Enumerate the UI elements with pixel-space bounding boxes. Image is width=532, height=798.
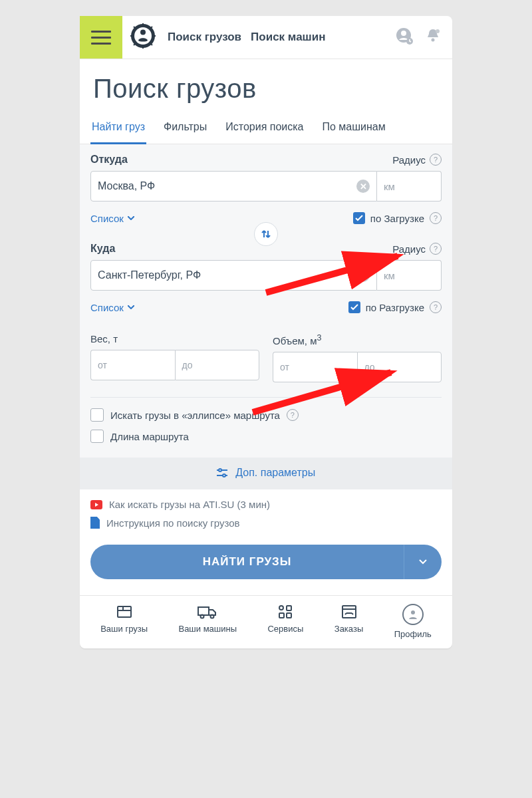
page-title: Поиск грузов — [80, 59, 452, 113]
tab-find-load[interactable]: Найти груз — [90, 113, 146, 144]
header: Поиск грузов Поиск машин — [80, 16, 452, 59]
to-list-link[interactable]: Список — [90, 302, 134, 313]
svg-point-8 — [219, 469, 221, 471]
bottom-nav: Ваши грузы Ваши машины Сервисы Заказы Пр… — [80, 595, 452, 648]
nav-search-trucks[interactable]: Поиск машин — [251, 31, 325, 44]
by-loading-checkbox[interactable] — [353, 212, 365, 224]
tabs: Найти груз Фильтры История поиска По маш… — [80, 113, 452, 144]
tab-by-trucks[interactable]: По машинам — [321, 113, 387, 144]
header-nav: Поиск грузов Поиск машин — [168, 31, 326, 44]
clear-to-icon[interactable]: ✕ — [356, 269, 370, 282]
by-unloading-checkbox[interactable] — [348, 301, 360, 313]
svg-point-4 — [401, 31, 406, 36]
chevron-down-icon — [128, 216, 134, 220]
ellipse-label: Искать грузы в «эллипсе» маршрута — [110, 410, 280, 421]
radius-label: Радиус — [392, 243, 426, 255]
clear-from-icon[interactable]: ✕ — [356, 180, 370, 193]
svg-point-13 — [211, 615, 214, 618]
to-radius-input[interactable]: км — [377, 260, 442, 291]
bell-icon[interactable] — [424, 27, 442, 47]
help-icon[interactable]: ? — [287, 409, 299, 421]
box-icon — [115, 604, 134, 620]
find-loads-button[interactable]: НАЙТИ ГРУЗЫ — [90, 545, 404, 579]
nav-services[interactable]: Сервисы — [267, 604, 303, 639]
to-input[interactable]: Санкт-Петербург, РФ ✕ — [90, 260, 377, 291]
tab-history[interactable]: История поиска — [224, 113, 305, 144]
svg-rect-15 — [287, 606, 291, 610]
by-loading-label: по Загрузке — [370, 213, 424, 224]
tab-filters[interactable]: Фильтры — [162, 113, 208, 144]
route-length-checkbox[interactable] — [90, 430, 104, 443]
help-icon[interactable]: ? — [430, 301, 442, 313]
help-icon[interactable]: ? — [430, 243, 442, 255]
volume-label: Объем, м3 — [273, 333, 442, 346]
svg-point-6 — [432, 39, 435, 42]
calendar-icon — [340, 604, 358, 620]
svg-point-19 — [411, 610, 415, 614]
svg-rect-17 — [287, 613, 291, 618]
check-icon — [350, 304, 358, 311]
nav-your-loads[interactable]: Ваши грузы — [100, 604, 148, 639]
svg-rect-18 — [342, 606, 356, 618]
svg-point-7 — [436, 29, 440, 33]
nav-your-trucks[interactable]: Ваши машины — [178, 604, 237, 639]
search-form: Откуда Радиус ? Москва, РФ ✕ км Список — [80, 144, 452, 489]
account-icon[interactable] — [395, 27, 414, 48]
from-list-link[interactable]: Список — [90, 213, 134, 224]
video-tutorial-link[interactable]: Как искать грузы на ATI.SU (3 мин) — [80, 489, 452, 510]
svg-point-14 — [279, 606, 283, 610]
swap-icon — [261, 229, 271, 239]
menu-button[interactable] — [80, 16, 122, 59]
chevron-down-icon — [128, 305, 134, 309]
help-icon[interactable]: ? — [430, 212, 442, 224]
additional-params-button[interactable]: Доп. параметры — [80, 458, 452, 489]
svg-rect-16 — [279, 613, 284, 618]
find-loads-dropdown[interactable] — [404, 545, 442, 579]
svg-point-12 — [201, 615, 204, 618]
avatar-icon — [402, 604, 424, 625]
from-value: Москва, РФ — [98, 180, 155, 192]
svg-rect-10 — [118, 606, 131, 617]
logo-icon[interactable] — [129, 22, 157, 53]
ellipse-checkbox[interactable] — [90, 408, 104, 422]
from-label: Откуда — [90, 154, 128, 166]
svg-point-2 — [140, 30, 146, 35]
nav-orders[interactable]: Заказы — [334, 604, 363, 639]
svg-rect-11 — [198, 607, 209, 615]
weight-to-input[interactable]: до — [175, 350, 260, 380]
nav-profile[interactable]: Профиль — [394, 604, 432, 639]
youtube-icon — [90, 500, 102, 509]
nav-search-loads[interactable]: Поиск грузов — [168, 31, 241, 44]
app-window: Поиск грузов Поиск машин Поиск грузов На… — [80, 16, 452, 648]
volume-to-input[interactable]: до — [357, 352, 442, 382]
swap-button[interactable] — [254, 222, 278, 246]
weight-from-input[interactable]: от — [90, 350, 175, 380]
to-label: Куда — [90, 243, 115, 255]
check-icon — [355, 215, 363, 221]
radius-label: Радиус — [392, 154, 426, 166]
apps-icon — [277, 604, 293, 620]
weight-label: Вес, т — [90, 333, 259, 344]
chevron-down-icon — [419, 559, 427, 565]
from-input[interactable]: Москва, РФ ✕ — [90, 171, 377, 201]
volume-from-input[interactable]: от — [273, 352, 357, 382]
route-length-label: Длина маршрута — [110, 431, 189, 442]
truck-icon — [197, 604, 218, 620]
from-radius-input[interactable]: км — [377, 171, 442, 201]
help-icon[interactable]: ? — [430, 154, 442, 166]
by-unloading-label: по Разгрузке — [366, 302, 424, 313]
svg-point-9 — [223, 474, 225, 477]
sliders-icon — [217, 468, 227, 480]
manual-link[interactable]: Инструкция по поиску грузов — [80, 510, 452, 529]
to-value: Санкт-Петербург, РФ — [98, 269, 201, 281]
document-icon — [90, 517, 100, 529]
